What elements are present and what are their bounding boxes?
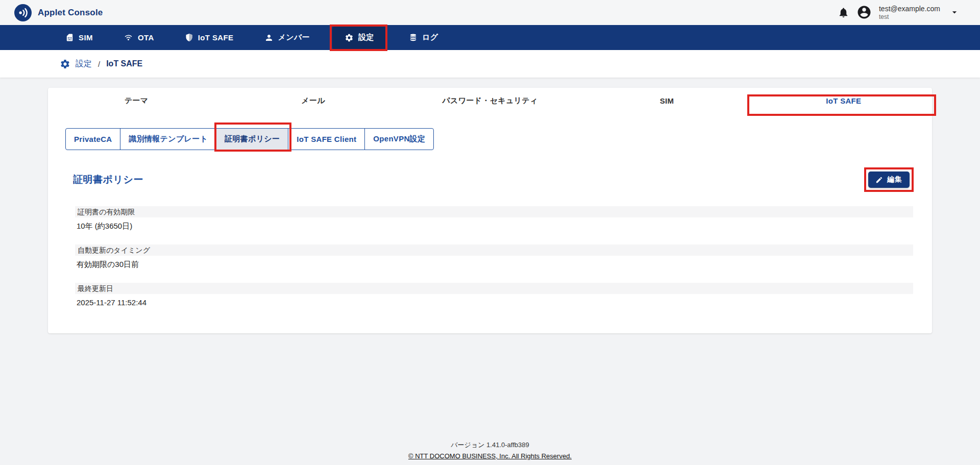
spacer	[0, 333, 980, 440]
field-row-validity: 証明書の有効期限 10年 (約3650日)	[75, 206, 913, 231]
nav-item-label: OTA	[138, 33, 154, 42]
nav-item-settings[interactable]: 設定	[332, 26, 386, 50]
field-value: 有効期限の30日前	[77, 260, 913, 270]
breadcrumb-separator: /	[98, 60, 100, 68]
settings-tabs: テーマ メール パスワード・セキュリティ SIM IoT SAFE	[48, 88, 932, 116]
user-name: test	[879, 14, 940, 21]
tab-mail[interactable]: メール	[225, 88, 401, 116]
tab-sim[interactable]: SIM	[578, 88, 755, 116]
policy-fields: 証明書の有効期限 10年 (約3650日) 自動更新のタイミング 有効期限の30…	[75, 206, 913, 307]
subtab-openvpn-settings[interactable]: OpenVPN設定	[364, 128, 434, 150]
app-logo-icon	[14, 4, 32, 21]
breadcrumb: 設定 / IoT SAFE	[0, 50, 980, 78]
panel-header: 証明書ポリシー 編集	[73, 172, 910, 188]
nav-item-label: 設定	[358, 33, 374, 42]
wifi-icon	[124, 33, 133, 42]
copyright-link[interactable]: © NTT DOCOMO BUSINESS, Inc. All Rights R…	[408, 452, 572, 460]
header-actions: test@example.com test	[838, 5, 960, 21]
tab-label: SIM	[660, 96, 674, 105]
app-footer: バージョン 1.41.0-affb389 © NTT DOCOMO BUSINE…	[0, 440, 980, 465]
tab-password-security[interactable]: パスワード・セキュリティ	[402, 88, 578, 116]
gear-icon	[345, 33, 354, 42]
subtab-label: 識別情報テンプレート	[129, 134, 208, 144]
tab-label: テーマ	[125, 96, 149, 106]
nav-item-logs[interactable]: ログ	[401, 26, 447, 50]
field-row-renewal-timing: 自動更新のタイミング 有効期限の30日前	[75, 244, 913, 270]
app-title: Applet Console	[38, 8, 103, 18]
subtab-label: PrivateCA	[74, 135, 112, 143]
avatar-icon	[856, 5, 872, 20]
field-value: 10年 (約3650日)	[77, 222, 913, 231]
sim-card-icon	[65, 33, 74, 42]
tab-theme[interactable]: テーマ	[48, 88, 225, 116]
field-label: 自動更新のタイミング	[75, 244, 913, 256]
notifications-button[interactable]	[838, 7, 849, 18]
tab-label: パスワード・セキュリティ	[442, 96, 537, 106]
tab-label: IoT SAFE	[826, 96, 861, 105]
nav-item-iot-safe[interactable]: IoT SAFE	[177, 26, 242, 50]
subtab-label: OpenVPN設定	[373, 134, 425, 144]
person-icon	[264, 33, 274, 42]
nav-item-label: メンバー	[278, 33, 310, 42]
subtab-iot-safe-client[interactable]: IoT SAFE Client	[288, 128, 365, 150]
subtab-label: 証明書ポリシー	[225, 134, 280, 144]
nav-item-label: SIM	[79, 33, 93, 42]
field-value: 2025-11-27 11:52:44	[77, 298, 913, 307]
user-email: test@example.com	[879, 5, 940, 13]
main-content: テーマ メール パスワード・セキュリティ SIM IoT SAFE Privat…	[0, 78, 980, 465]
subtab-identity-template[interactable]: 識別情報テンプレート	[120, 128, 216, 150]
field-row-last-updated: 最終更新日 2025-11-27 11:52:44	[75, 283, 913, 307]
breadcrumb-settings-link[interactable]: 設定	[60, 59, 92, 69]
nav-item-ota[interactable]: OTA	[115, 26, 162, 50]
nav-item-members[interactable]: メンバー	[256, 26, 318, 50]
brand[interactable]: Applet Console	[14, 4, 103, 21]
account-button[interactable]	[856, 5, 872, 20]
user-menu[interactable]: test@example.com test	[879, 5, 940, 21]
page-title: 証明書ポリシー	[73, 173, 143, 186]
nav-item-sim[interactable]: SIM	[57, 26, 101, 50]
tab-label: メール	[301, 96, 325, 106]
breadcrumb-current: IoT SAFE	[106, 59, 142, 68]
nav-item-label: ログ	[422, 33, 438, 42]
settings-card: テーマ メール パスワード・セキュリティ SIM IoT SAFE Privat…	[48, 88, 932, 333]
iot-safe-subtabs: PrivateCA 識別情報テンプレート 証明書ポリシー IoT SAFE Cl…	[65, 128, 434, 150]
pencil-icon	[875, 176, 883, 184]
edit-button-label: 編集	[887, 175, 902, 184]
subtab-private-ca[interactable]: PrivateCA	[65, 128, 120, 150]
nav-item-label: IoT SAFE	[198, 33, 234, 42]
app-header: Applet Console test@example.com test	[0, 0, 980, 25]
shield-icon	[185, 33, 193, 42]
breadcrumb-section: 設定	[76, 59, 92, 69]
field-label: 最終更新日	[75, 283, 913, 294]
edit-button[interactable]: 編集	[868, 172, 910, 188]
subtab-certificate-policy[interactable]: 証明書ポリシー	[216, 128, 288, 150]
field-label: 証明書の有効期限	[75, 206, 913, 217]
version-text: バージョン 1.41.0-affb389	[0, 440, 980, 450]
bell-icon	[838, 7, 849, 18]
subtab-label: IoT SAFE Client	[297, 135, 356, 143]
tab-iot-safe[interactable]: IoT SAFE	[755, 88, 932, 116]
gear-icon	[60, 59, 70, 69]
chevron-down-icon[interactable]	[949, 7, 960, 17]
main-nav: SIM OTA IoT SAFE メンバー	[0, 25, 980, 50]
database-icon	[409, 33, 418, 42]
